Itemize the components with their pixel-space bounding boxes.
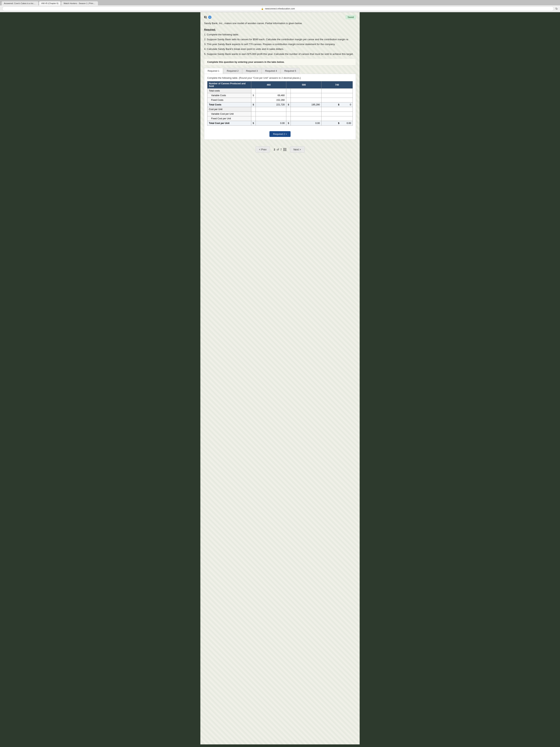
vcpu-label: Variable Cost per Unit: [207, 111, 251, 116]
fc-val-740: [321, 98, 353, 102]
fc-input-740[interactable]: [323, 99, 351, 101]
fc-input-590[interactable]: [292, 99, 320, 101]
req-item-4: 4. Calculate Sandy Bank's break-even poi…: [204, 47, 356, 51]
tcpu-val-460: [256, 121, 286, 125]
table-row: Fixed Cost per Unit: [207, 116, 353, 121]
tc-val-460: [256, 102, 286, 107]
vc-input-590[interactable]: [292, 94, 320, 97]
fcpu-label: Fixed Cost per Unit: [207, 116, 251, 121]
tab-required4[interactable]: Required 4: [262, 68, 281, 74]
tcpu-val-590: [291, 121, 321, 125]
vc-val-590: [291, 93, 321, 98]
tab-hw5[interactable]: HW #5 (Chapter 6): [39, 1, 61, 5]
tab-required5[interactable]: Required 5: [281, 68, 300, 74]
tc-val-740: $: [321, 102, 353, 107]
fc-val-590: [291, 98, 321, 102]
table-row: Total costs: [207, 88, 353, 93]
tc-input-590[interactable]: [292, 103, 320, 106]
page-indicator: 2 of 7: [274, 148, 286, 151]
col-header-460: 460: [251, 81, 286, 88]
fcpu-input-740[interactable]: [323, 117, 351, 120]
tcpu-input-740[interactable]: [340, 122, 351, 125]
vcpu-val-590: [291, 111, 321, 116]
required2-button[interactable]: Required 2 >: [269, 131, 291, 137]
browser-tabs: Answered: Cove's Cakes is a local bakery…: [0, 0, 560, 5]
saved-badge: Saved: [346, 15, 356, 19]
vcpu-input-740[interactable]: [323, 113, 351, 115]
tcpu-input-590[interactable]: [292, 122, 320, 125]
question-number: 6): [204, 16, 207, 19]
tc-input-740[interactable]: [340, 103, 351, 106]
col-header-590: 590: [286, 81, 321, 88]
vc-val-460: [256, 93, 286, 98]
req-item-3: 3. This year Sandy Bank expects to sell …: [204, 43, 356, 46]
tab-bakery[interactable]: Answered: Cove's Cakes is a local bakery…: [1, 1, 38, 5]
vcpu-input-590[interactable]: [292, 113, 320, 115]
next-button[interactable]: Next >: [290, 146, 304, 153]
info-icon[interactable]: i: [208, 16, 212, 19]
prev-button[interactable]: < Prev: [256, 146, 270, 153]
table-row: Fixed Costs: [207, 98, 353, 102]
cost-table: Number of Canoes Produced and Sold 460 5…: [207, 81, 353, 126]
table-row: Total Costs $ $ $: [207, 102, 353, 107]
tcpu-label: Total Cost per Unit: [207, 121, 251, 125]
tc-input-460[interactable]: [257, 103, 285, 106]
address-bar[interactable]: 🔒 newconnect.mheducation.com: [2, 6, 554, 11]
browser-toolbar: 🔒 newconnect.mheducation.com ↻: [0, 5, 560, 12]
tc-val-590: [291, 102, 321, 107]
tc-dollar-740: $: [338, 103, 340, 106]
question-intro: Sandy Bank, Inc., makes one model of woo…: [204, 22, 356, 25]
tcpu-val-740: $: [321, 121, 353, 125]
fcpu-input-590[interactable]: [292, 117, 320, 120]
nav-footer: < Prev 2 of 7 Next >: [204, 143, 356, 158]
fc-dollar-460: [251, 98, 256, 102]
grid-icon[interactable]: [283, 148, 286, 151]
col-header-740: 740: [321, 81, 353, 88]
tab-required3[interactable]: Required 3: [242, 68, 261, 74]
table-row: Variable Costs $: [207, 93, 353, 98]
vc-dollar-590: [286, 93, 291, 98]
tc-dollar-460: $: [251, 102, 256, 107]
table-row: Total Cost per Unit $ $ $: [207, 121, 353, 125]
vc-val-740: [321, 93, 353, 98]
tab-required2[interactable]: Required 2: [223, 68, 242, 74]
vcpu-val-740: [321, 111, 353, 116]
tab-content-area: Complete the following table. (Round you…: [204, 74, 356, 140]
req-item-2: 2. Suppose Sandy Bank sells its canoes f…: [204, 37, 356, 41]
table-header-row: Number of Canoes Produced and Sold 460 5…: [207, 81, 353, 88]
tc-dollar-590: $: [286, 102, 291, 107]
required-heading: Required:: [204, 28, 216, 31]
vc-dollar-460: $: [251, 93, 256, 98]
tab-required1[interactable]: Required 1: [204, 68, 223, 74]
vc-input-740[interactable]: [323, 94, 351, 97]
fcpu-val-460: [256, 116, 286, 121]
table-row: Cost per Unit: [207, 107, 353, 111]
tabs-container: Required 1 Required 2 Required 3 Require…: [204, 68, 356, 74]
req-item-1: 1. Complete the following table.: [204, 33, 356, 36]
tab-hunters[interactable]: Watch Hunters - Season 1 | Prime Video: [61, 1, 98, 5]
variable-costs-label: Variable Costs: [207, 93, 251, 98]
page-total: 7: [281, 148, 282, 151]
refresh-button[interactable]: ↻: [555, 7, 558, 10]
fcpu-input-460[interactable]: [257, 117, 285, 120]
required-section: Required: 1. Complete the following tabl…: [204, 28, 356, 56]
tab-instruction: Complete the following table. (Round you…: [207, 77, 353, 79]
fixed-costs-label: Fixed Costs: [207, 98, 251, 102]
req-item-5: 5. Suppose Sandy Bank wants to earn $75,…: [204, 52, 356, 56]
col-header-label: Number of Canoes Produced and Sold: [207, 81, 251, 88]
fc-val-460: [256, 98, 286, 102]
vc-input-460[interactable]: [257, 94, 285, 97]
fcpu-val-590: [291, 116, 321, 121]
cost-per-unit-label: Cost per Unit: [207, 107, 251, 111]
fc-input-460[interactable]: [257, 99, 285, 101]
vcpu-input-460[interactable]: [257, 113, 285, 115]
browser-chrome: Answered: Cove's Cakes is a local bakery…: [0, 0, 560, 12]
tcpu-input-460[interactable]: [257, 122, 285, 125]
vcpu-val-460: [256, 111, 286, 116]
page-wrapper: 6) i Saved Sandy Bank, Inc., makes one m…: [201, 12, 359, 744]
fcpu-val-740: [321, 116, 353, 121]
table-row: Variable Cost per Unit: [207, 111, 353, 116]
total-costs-label: Total costs: [207, 88, 251, 93]
page-header: 6) i Saved: [204, 15, 356, 19]
page-current: 2: [274, 148, 275, 151]
